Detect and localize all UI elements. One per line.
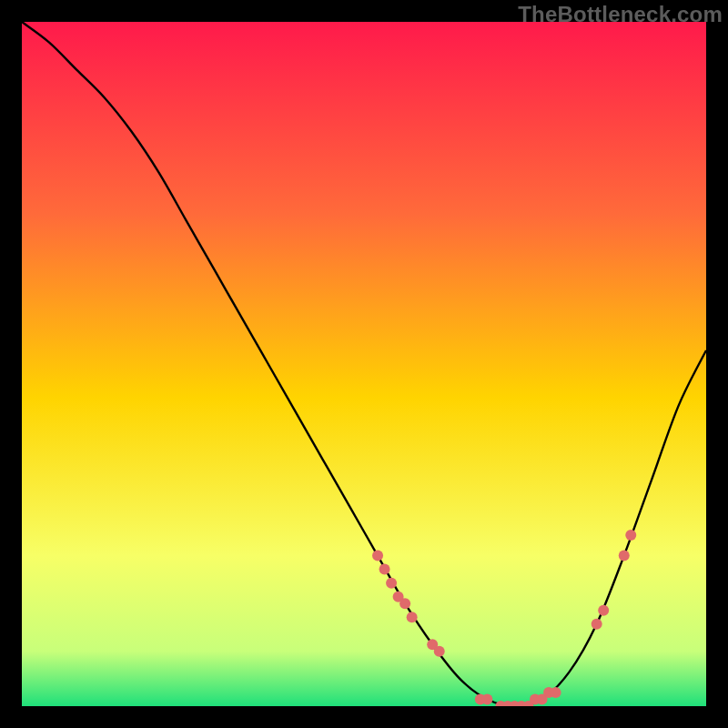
marker-point [625, 530, 636, 541]
marker-point [481, 693, 492, 704]
marker-point [434, 646, 445, 657]
chart-frame [22, 22, 706, 706]
chart-background [22, 22, 706, 706]
marker-point [386, 578, 397, 589]
marker-point [551, 687, 561, 698]
marker-point [592, 619, 602, 630]
marker-point [407, 612, 418, 622]
marker-point [399, 598, 410, 609]
watermark-text: TheBottleneck.com [518, 2, 723, 27]
chart-svg [22, 22, 706, 706]
marker-point [379, 564, 390, 575]
marker-point [372, 551, 383, 561]
marker-point [619, 551, 630, 561]
marker-point [598, 605, 609, 616]
